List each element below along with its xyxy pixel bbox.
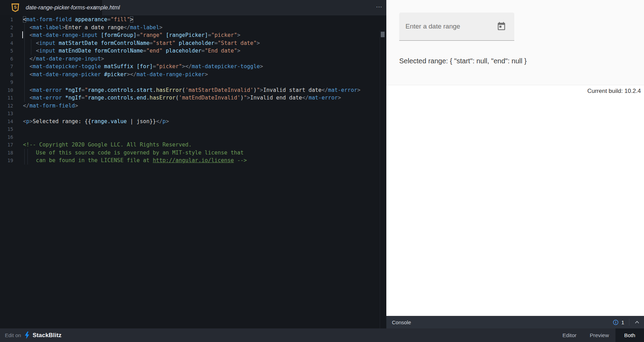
code-token [62, 87, 65, 93]
code-line[interactable]: 12</mat-form-field> [0, 102, 386, 110]
code-line-content: <p>Selected range: {{range.value | json}… [13, 118, 169, 126]
code-line[interactable]: 16 [0, 133, 386, 141]
code-line[interactable]: 7 <mat-datepicker-toggle matSuffix [for]… [0, 63, 386, 71]
code-token: <!-- Copyright 2020 Google LLC. All Righ… [23, 142, 192, 148]
code-token: range.controls.end [88, 95, 146, 101]
code-token: </ [130, 71, 137, 78]
indent-guide [27, 149, 28, 157]
code-token: *ngIf [65, 95, 81, 101]
close-tab-icon[interactable]: × [93, 0, 97, 15]
indent-guide [31, 39, 31, 47]
code-token [23, 24, 30, 31]
code-token: . [146, 95, 150, 101]
example-section: Enter a date range Selected range: { "st… [386, 0, 644, 85]
editor-scrollbar-thumb[interactable] [381, 32, 385, 37]
indent-guide [27, 157, 28, 165]
line-number: 4 [0, 39, 13, 47]
view-toggle-preview[interactable]: Preview [583, 328, 615, 342]
code-line[interactable]: 11 <mat-error *ngIf="range.controls.end.… [0, 94, 386, 102]
code-line[interactable]: 3 <mat-date-range-input [formGroup]="ran… [0, 31, 386, 39]
code-token: hasError [156, 87, 182, 93]
indent-guide [31, 47, 31, 55]
calendar-toggle-button[interactable] [497, 22, 506, 31]
chevron-up-icon[interactable] [634, 320, 640, 324]
code-line[interactable]: 18 Use of this source code is governed b… [0, 149, 386, 157]
code-line[interactable]: 10 <mat-error *ngIf="range.controls.star… [0, 86, 386, 94]
code-line-content: <mat-form-field appearance="fill"> [13, 16, 133, 24]
indent-guide [24, 63, 25, 71]
line-number: 10 [0, 86, 13, 94]
code-line[interactable]: 5 <input matEndDate formControlName="end… [0, 47, 386, 55]
code-token: Use of this source code is governed by a… [23, 150, 244, 156]
code-token [23, 32, 30, 38]
code-token: mat-datepicker-toggle [33, 63, 101, 70]
code-line[interactable]: 2 <mat-label>Enter a date range</mat-lab… [0, 24, 386, 32]
indent-guide [24, 31, 25, 39]
editor-pane: 5 date-range-picker-forms-example.html ×… [0, 0, 386, 328]
code-token: mat-date-range-picker [137, 71, 205, 78]
code-line[interactable]: 14<p>Selected range: {{range.value | jso… [0, 118, 386, 126]
preview-pane: Enter a date range Selected range: { "st… [386, 0, 644, 328]
code-token: "start" [153, 40, 175, 46]
code-line[interactable]: 15 [0, 125, 386, 133]
indent-guide [24, 78, 25, 86]
code-token [55, 48, 58, 54]
line-number: 8 [0, 71, 13, 79]
code-token: > [130, 16, 133, 23]
date-range-field[interactable]: Enter a date range [399, 13, 514, 41]
code-token: " [84, 95, 88, 101]
console-bar[interactable]: Console 1 [386, 316, 644, 328]
line-number: 17 [0, 141, 13, 149]
indent-guide [24, 86, 25, 94]
date-range-field-label: Enter a date range [405, 13, 460, 40]
indent-guide [24, 71, 25, 79]
view-toggle-both[interactable]: Both [615, 328, 644, 342]
code-token: > [159, 24, 162, 31]
code-line[interactable]: 6 </mat-date-range-input> [0, 55, 386, 63]
code-token: Invalid end date [250, 95, 302, 101]
console-divider [629, 319, 629, 326]
code-line[interactable]: 9 [0, 78, 386, 86]
code-token: > [260, 63, 263, 70]
line-number: 16 [0, 133, 13, 141]
code-token [91, 48, 94, 54]
code-token: range.controls.start [88, 87, 153, 93]
code-token: hasError [150, 95, 176, 101]
line-number: 9 [0, 78, 13, 86]
code-token [23, 71, 30, 78]
code-token: > [30, 118, 33, 125]
code-line[interactable]: 8 <mat-date-range-picker #picker></mat-d… [0, 71, 386, 79]
code-token: < [30, 63, 33, 70]
code-editor[interactable]: 1<mat-form-field appearance="fill">2 <ma… [0, 15, 386, 328]
editor-more-menu-icon[interactable]: ⋯ [376, 0, 383, 15]
edit-on-stackblitz-link[interactable]: Edit on StackBlitz [5, 332, 62, 339]
code-token: = [137, 32, 140, 38]
code-token: Invalid start date [263, 87, 322, 93]
code-line[interactable]: 13 [0, 110, 386, 118]
line-number: 6 [0, 55, 13, 63]
file-tab[interactable]: 5 date-range-picker-forms-example.html × [0, 0, 102, 15]
code-line-content: <!-- Copyright 2020 Google LLC. All Righ… [13, 141, 192, 149]
code-token: matStartDate [59, 40, 98, 46]
code-line[interactable]: 19 can be found in the LICENSE file at h… [0, 157, 386, 165]
code-token: < [36, 48, 39, 54]
code-line[interactable]: 4 <input matStartDate formControlName="s… [0, 39, 386, 47]
code-line[interactable]: 1<mat-form-field appearance="fill"> [0, 16, 386, 24]
code-line-content: can be found in the LICENSE file at http… [13, 157, 247, 165]
tab-strip: 5 date-range-picker-forms-example.html ×… [0, 0, 386, 15]
code-token [23, 40, 36, 46]
code-line[interactable]: 17<!-- Copyright 2020 Google LLC. All Ri… [0, 141, 386, 149]
code-token: http://angular.io/license [153, 157, 234, 164]
code-line-content [13, 110, 23, 118]
code-token: < [23, 16, 26, 23]
code-token: matEndDate [59, 48, 91, 54]
view-toggle-editor[interactable]: Editor [556, 328, 583, 342]
code-token: Selected range: {{ [33, 118, 91, 125]
code-token: placeholder [179, 40, 215, 46]
code-token: formControlName [101, 40, 150, 46]
code-token: mat-error [33, 87, 62, 93]
code-token: </ [30, 56, 36, 62]
code-line-content: </mat-date-range-input> [13, 55, 104, 63]
code-token: mat-error [328, 87, 357, 93]
code-token: = [201, 48, 204, 54]
